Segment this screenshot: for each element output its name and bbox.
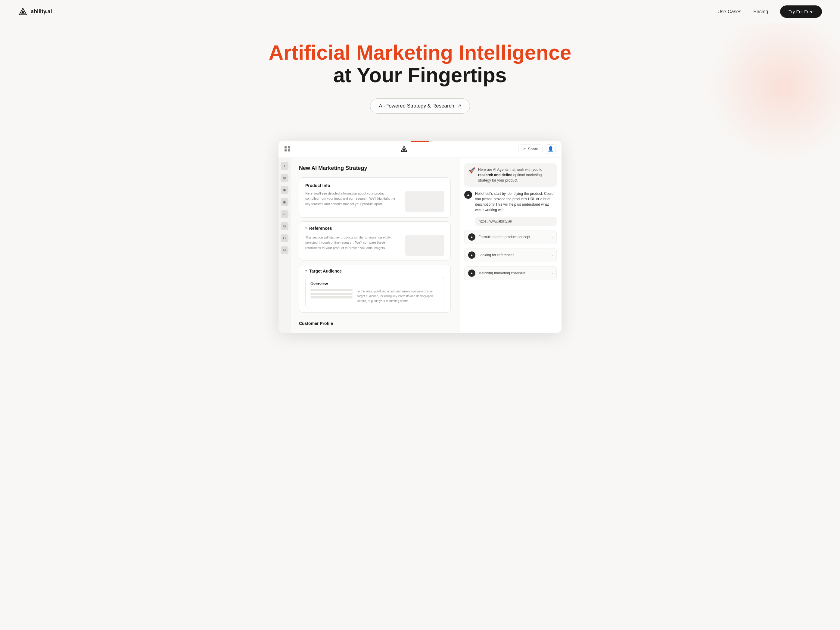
product-info-content: Here you'll see detailed information abo… <box>305 191 444 212</box>
logo-icon <box>18 7 28 17</box>
cta-arrow-icon: ↗ <box>457 103 461 109</box>
references-placeholder <box>405 235 444 256</box>
share-label: Share <box>528 147 538 151</box>
chat-action-icon-references: ▲ <box>468 251 475 259</box>
mockup-container: ↗ Share 👤 i ◎ ◉ ▣ ☺ ◷ ⊡ ☑ <box>278 141 562 333</box>
grid-dot <box>284 146 287 148</box>
hero-title-black: at Your Fingertips <box>12 64 828 87</box>
overview-line <box>310 289 352 291</box>
chat-bubble-bot: Hello! Let's start by identifying the pr… <box>475 191 557 213</box>
mockup-small-logo-icon <box>400 145 408 153</box>
chat-action-label-formulating: Formulating the product concept... <box>478 235 549 239</box>
mockup-top-logo <box>417 141 423 141</box>
chat-action-label-channels: Matching marketing channels... <box>478 271 549 275</box>
logo-text: ability.ai <box>31 8 52 15</box>
overview-title: Overview <box>310 281 439 286</box>
mockup-center-logo <box>400 145 408 153</box>
sidebar-icon-info[interactable]: i <box>281 162 289 170</box>
chat-action-formulating[interactable]: ▲ Formulating the product concept... › <box>464 230 557 244</box>
references-text: This section will display products simil… <box>305 235 400 256</box>
sidebar-icon-grid[interactable]: ▣ <box>281 198 289 206</box>
references-section: ▾ References This section will display p… <box>299 221 451 261</box>
product-info-header: Product Info <box>305 183 444 188</box>
sidebar-icon-target[interactable]: ◉ <box>281 186 289 194</box>
hero-cta-button[interactable]: AI-Powered Strategy & Research ↗ <box>370 98 470 114</box>
topbar-actions: ↗ Share 👤 <box>518 144 556 154</box>
chat-action-references[interactable]: ▲ Looking for references... › <box>464 248 557 262</box>
nav-pricing[interactable]: Pricing <box>753 9 768 14</box>
overview-line <box>310 296 352 298</box>
references-collapse-header[interactable]: ▾ References <box>305 226 444 231</box>
chevron-right-icon: › <box>551 235 553 239</box>
nav-use-cases[interactable]: Use-Cases <box>717 9 741 14</box>
share-button[interactable]: ↗ Share <box>518 145 543 153</box>
navbar: ability.ai Use-Cases Pricing Try For Fre… <box>0 0 840 23</box>
product-info-placeholder <box>405 191 444 212</box>
overview-lines <box>310 289 352 303</box>
bot-avatar-icon: ▲ <box>466 193 470 197</box>
mockup-logo-tab <box>411 141 429 142</box>
references-header-label: References <box>309 226 332 231</box>
mockup-sidebar: i ◎ ◉ ▣ ☺ ◷ ⊡ ☑ <box>278 158 291 333</box>
chat-url-display: https://www.ability.ai/ <box>475 217 557 226</box>
mockup-page-title: New AI Marketing Strategy <box>299 165 451 171</box>
nav-cta-button[interactable]: Try For Free <box>780 5 822 18</box>
overview-text: In this area, you'll find a comprehensiv… <box>357 289 439 303</box>
chat-agents-text: Here are AI Agents that work with you to… <box>478 167 553 183</box>
mockup-main-content: New AI Marketing Strategy Product Info H… <box>291 158 459 333</box>
sidebar-icon-person[interactable]: ☺ <box>281 210 289 218</box>
grid-dot <box>288 149 290 152</box>
grid-icon[interactable] <box>284 146 290 152</box>
references-body: This section will display products simil… <box>305 235 444 256</box>
grid-dot <box>288 146 290 148</box>
target-audience-section: ▾ Target Audience Overview In this <box>299 264 451 313</box>
hero-section: Artificial Marketing Intelligence at You… <box>0 23 840 141</box>
sidebar-icon-check[interactable]: ☑ <box>281 246 289 254</box>
chat-agents-bold: research and define <box>478 173 512 177</box>
user-icon: 👤 <box>548 146 554 152</box>
chevron-down-icon: ▾ <box>305 226 307 230</box>
chevron-down-icon: ▾ <box>305 269 307 273</box>
hero-glow <box>707 11 840 162</box>
bot-avatar: ▲ <box>464 191 472 199</box>
share-icon: ↗ <box>523 147 526 151</box>
target-audience-header-label: Target Audience <box>309 268 342 273</box>
customer-profile-header: Customer Profile <box>299 316 451 326</box>
chat-action-icon-channels: ▲ <box>468 270 475 277</box>
grid-dot <box>284 149 287 152</box>
product-info-section: Product Info Here you'll see detailed in… <box>299 177 451 218</box>
sidebar-icon-clock[interactable]: ◷ <box>281 222 289 230</box>
hero-cta-label: AI-Powered Strategy & Research <box>379 103 454 109</box>
nav-links: Use-Cases Pricing Try For Free <box>717 5 822 18</box>
sidebar-icon-compass[interactable]: ◎ <box>281 174 289 182</box>
chat-panel: 🚀 Here are AI Agents that work with you … <box>459 158 562 333</box>
mockup-body: i ◎ ◉ ▣ ☺ ◷ ⊡ ☑ New AI Marketing Strateg… <box>278 158 562 333</box>
chevron-right-icon: › <box>551 272 553 275</box>
chevron-right-icon: › <box>551 253 553 257</box>
rocket-icon: 🚀 <box>469 167 475 174</box>
sidebar-icon-box[interactable]: ⊡ <box>281 234 289 242</box>
user-button[interactable]: 👤 <box>546 144 556 154</box>
mockup-wrapper: ↗ Share 👤 i ◎ ◉ ▣ ☺ ◷ ⊡ ☑ <box>273 141 567 333</box>
chat-action-icon-formulating: ▲ <box>468 234 475 241</box>
overview-body: In this area, you'll find a comprehensiv… <box>310 289 439 303</box>
chat-action-label-references: Looking for references... <box>478 253 549 257</box>
product-info-text: Here you'll see detailed information abo… <box>305 191 400 207</box>
overview-card: Overview In this area, you'll find a com… <box>305 277 444 308</box>
chat-message-bot: ▲ Hello! Let's start by identifying the … <box>464 191 557 213</box>
overview-line <box>310 293 352 295</box>
mockup-topbar: ↗ Share 👤 <box>278 141 562 158</box>
logo[interactable]: ability.ai <box>18 7 52 17</box>
chat-agents-banner: 🚀 Here are AI Agents that work with you … <box>464 163 557 187</box>
chat-action-channels[interactable]: ▲ Matching marketing channels... › <box>464 266 557 280</box>
target-audience-collapse-header[interactable]: ▾ Target Audience <box>305 268 444 273</box>
hero-title-orange: Artificial Marketing Intelligence <box>12 41 828 64</box>
